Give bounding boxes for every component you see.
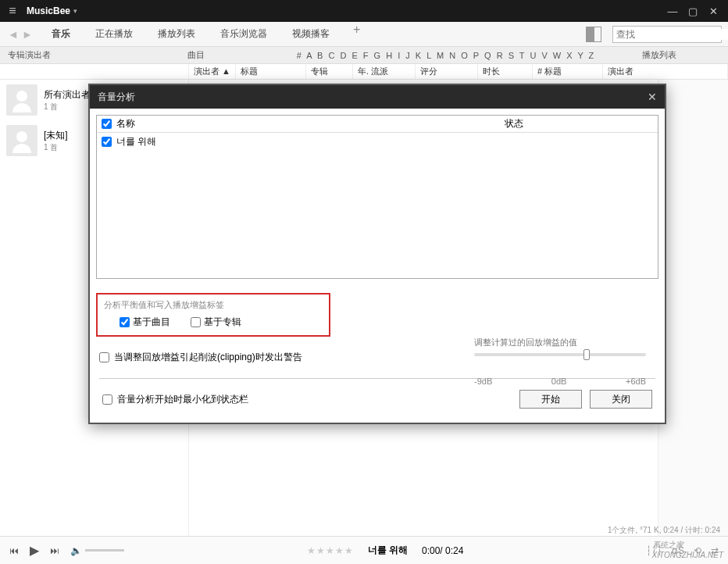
track-listbox: 名称 状态 너를 위해 [96,115,658,279]
close-button[interactable]: ✕ [703,5,723,17]
app-name: MusicBee [27,5,70,16]
minimize-label: 音量分析开始时最小化到状态栏 [117,393,248,406]
volume-analysis-dialog: 音量分析 ✕ 名称 状态 너를 위해 分析平衡值和写入播放增益标签 基于曲目 基… [88,84,666,424]
list-item[interactable]: 너를 위해 [97,133,658,151]
volume-icon[interactable]: 🔈 [70,545,82,556]
prev-button[interactable]: ⏮ [9,545,19,556]
track-checkbox[interactable] [102,137,112,147]
lastfm-icon[interactable]: ɑS [672,545,684,556]
col-title[interactable]: 标题 [236,64,306,79]
maximize-button[interactable]: ▢ [683,5,703,17]
select-all-checkbox[interactable] [102,119,112,129]
gain-adjust-slider-area: 调整计算过的回放增益的值 -9dB 0dB +6dB [474,337,646,386]
opt-per-track[interactable]: 基于曲目 [120,316,170,329]
tab-browser[interactable]: 音乐浏览器 [219,23,269,45]
search-box[interactable]: 🔍 ▾ [612,26,722,43]
artist-count: 1 首 [44,142,68,153]
next-button[interactable]: ⏭ [50,545,59,556]
minimize-checkbox[interactable] [102,394,112,405]
column-headers: 演出者 ▲ 标题 专辑 年. 流派 评分 时长 # 标题 演出者 [0,64,728,80]
filter-playlist[interactable]: 播放列表 [642,49,720,61]
gain-slider[interactable] [474,353,646,356]
col-album[interactable]: 专辑 [306,64,353,79]
playlist-panel [658,80,728,541]
list-col-name[interactable]: 名称 [116,117,135,130]
col-num-title[interactable]: # 标题 [533,64,603,79]
filter-header: 专辑演出者 曲目 # A B C D E F G H I J K L M N O… [0,47,728,64]
col-artist[interactable]: 演出者 ▲ [189,64,236,79]
tick-zero: 0dB [551,377,567,386]
track-name: 너를 위해 [116,135,156,148]
col-year-genre[interactable]: 年. 流派 [353,64,416,79]
clipping-label: 当调整回放增益引起削波(clipping)时发出警告 [114,351,302,364]
close-button[interactable]: 关闭 [590,390,652,409]
main-tabs: 音乐 正在播放 播放列表 音乐浏览器 视频播客 + [50,23,586,45]
dialog-close-icon[interactable]: ✕ [648,91,657,103]
list-header: 名称 状态 [97,116,658,133]
equalizer-icon[interactable]: ┆┆┆ [646,545,662,556]
start-button[interactable]: 开始 [519,390,582,409]
dialog-titlebar[interactable]: 音量分析 ✕ [90,85,665,109]
playback-time: 0:00/ 0:24 [422,545,463,556]
filter-albumartist[interactable]: 专辑演出者 [8,49,187,61]
minimize-option[interactable]: 音量分析开始时最小化到状态栏 [102,393,248,406]
avatar-icon [6,84,37,116]
per-track-checkbox[interactable] [120,317,130,327]
add-tab-icon[interactable]: + [353,23,360,45]
tab-playlist[interactable]: 播放列表 [156,23,197,45]
gain-tag-options: 分析平衡值和写入播放增益标签 基于曲目 基于专辑 [96,293,330,337]
filter-track[interactable]: 曲目 [187,49,250,61]
hamburger-icon[interactable]: ≡ [5,4,20,18]
statusbar: 1个文件, °71 K, 0:24 / 计时: 0:24 [608,525,720,536]
dialog-title: 音量分析 [98,91,135,104]
layout-toggle-icon[interactable] [586,27,601,42]
volume-slider[interactable] [85,549,124,552]
avatar-icon [6,125,37,156]
minimize-button[interactable]: — [662,5,683,17]
volume-control[interactable]: 🔈 [70,545,124,556]
app-dropdown-icon[interactable]: ▾ [73,7,77,15]
filter-alpha[interactable]: # A B C D E F G H I J K L M N O P Q R S … [250,51,642,60]
play-button[interactable]: ▶ [30,543,39,558]
gain-tag-label: 分析平衡值和写入播放增益标签 [104,299,323,311]
player-bar: ⏮ ▶ ⏭ 🔈 ★★★★★ 너를 위해 0:00/ 0:24 ┆┆┆ ɑS ⟲ … [0,536,728,564]
per-album-checkbox[interactable] [191,317,201,327]
clipping-checkbox[interactable] [99,352,109,362]
tick-max: +6dB [626,377,646,386]
nav-forward-icon[interactable]: ► [20,28,34,41]
search-input[interactable] [616,29,728,40]
col-duration[interactable]: 时长 [478,64,533,79]
toolbar: ◄ ► 音乐 正在播放 播放列表 音乐浏览器 视频播客 + 🔍 ▾ [0,22,728,47]
artist-title: 所有演出者 [44,88,91,102]
rating-stars[interactable]: ★★★★★ [307,545,354,556]
repeat-icon[interactable]: ⟲ [694,545,701,556]
artist-title: [未知] [44,129,68,142]
nav-back-icon[interactable]: ◄ [6,28,20,41]
slider-thumb[interactable] [583,349,590,360]
now-playing-title: 너를 위해 [368,544,408,557]
tab-video[interactable]: 视频播客 [291,23,331,45]
tick-min: -9dB [474,377,492,386]
tab-music[interactable]: 音乐 [50,23,72,45]
tab-nowplaying[interactable]: 正在播放 [94,23,134,45]
titlebar: ≡ MusicBee ▾ — ▢ ✕ [0,0,728,22]
col-artist2[interactable]: 演出者 [603,64,728,79]
col-rating[interactable]: 评分 [416,64,478,79]
opt-per-album[interactable]: 基于专辑 [191,316,241,329]
list-col-state[interactable]: 状态 [505,117,653,130]
shuffle-icon[interactable]: ⇄ [711,545,719,556]
dialog-footer: 音量分析开始时最小化到状态栏 开始 关闭 [96,387,658,416]
artist-count: 1 首 [44,102,91,112]
slider-label: 调整计算过的回放增益的值 [474,337,646,348]
